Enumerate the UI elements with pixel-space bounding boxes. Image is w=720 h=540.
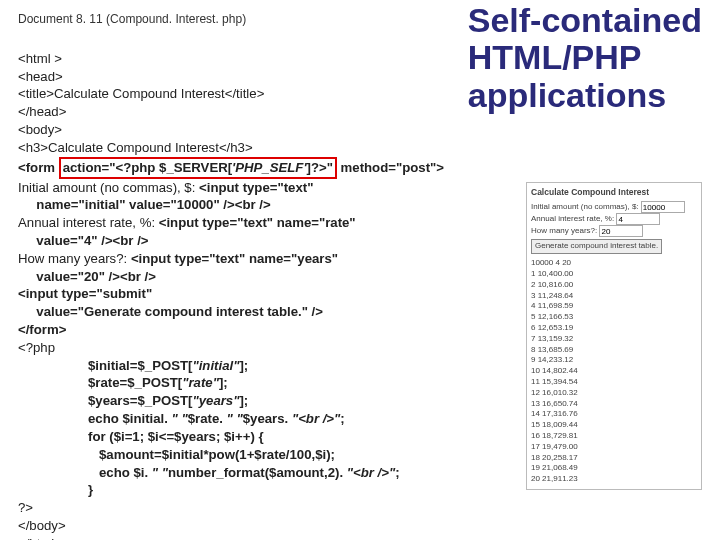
preview-row: 4 11,698.59 [531, 301, 697, 312]
preview-row: 5 12,166.53 [531, 312, 697, 323]
preview-row: 16 18,729.81 [531, 431, 697, 442]
preview-row: 8 13,685.69 [531, 345, 697, 356]
preview-input-rate[interactable] [616, 213, 660, 225]
preview-label-initial: Initial amount (no commas), $: [531, 203, 639, 212]
preview-input-years[interactable] [599, 225, 643, 237]
preview-row: 6 12,653.19 [531, 323, 697, 334]
preview-row: 19 21,068.49 [531, 463, 697, 474]
preview-row: 10 14,802.44 [531, 366, 697, 377]
php-self-highlight: action="<?php $_SERVER['PHP_SELF']?>" [59, 157, 337, 179]
preview-row: 11 15,394.54 [531, 377, 697, 388]
preview-row: 18 20,258.17 [531, 453, 697, 464]
preview-row: 3 11,248.64 [531, 291, 697, 302]
preview-row: 2 10,816.00 [531, 280, 697, 291]
slide-title: Self-contained HTML/PHP applications [468, 2, 702, 114]
title-line-1: Self-contained [468, 2, 702, 39]
preview-input-initial[interactable] [641, 201, 685, 213]
preview-row: 7 13,159.32 [531, 334, 697, 345]
preview-row: 9 14,233.12 [531, 355, 697, 366]
preview-row: 14 17,316.76 [531, 409, 697, 420]
preview-label-rate: Annual interest rate, %: [531, 215, 614, 224]
preview-row: 12 16,010.32 [531, 388, 697, 399]
preview-echo-line: 10000 4 20 [531, 258, 697, 269]
preview-label-years: How many years?: [531, 227, 597, 236]
title-line-3: applications [468, 77, 702, 114]
preview-row: 20 21,911.23 [531, 474, 697, 485]
title-line-2: HTML/PHP [468, 39, 702, 76]
preview-row: 13 16,650.74 [531, 399, 697, 410]
output-preview: Calculate Compound Interest Initial amou… [526, 182, 702, 490]
preview-row: 1 10,400.00 [531, 269, 697, 280]
preview-row: 17 19,479.00 [531, 442, 697, 453]
preview-row: 15 18,009.44 [531, 420, 697, 431]
preview-submit-button[interactable]: Generate compound interest table. [531, 239, 662, 254]
preview-table: 1 10,400.002 10,816.003 11,248.644 11,69… [531, 269, 697, 485]
preview-heading: Calculate Compound Interest [531, 187, 697, 198]
